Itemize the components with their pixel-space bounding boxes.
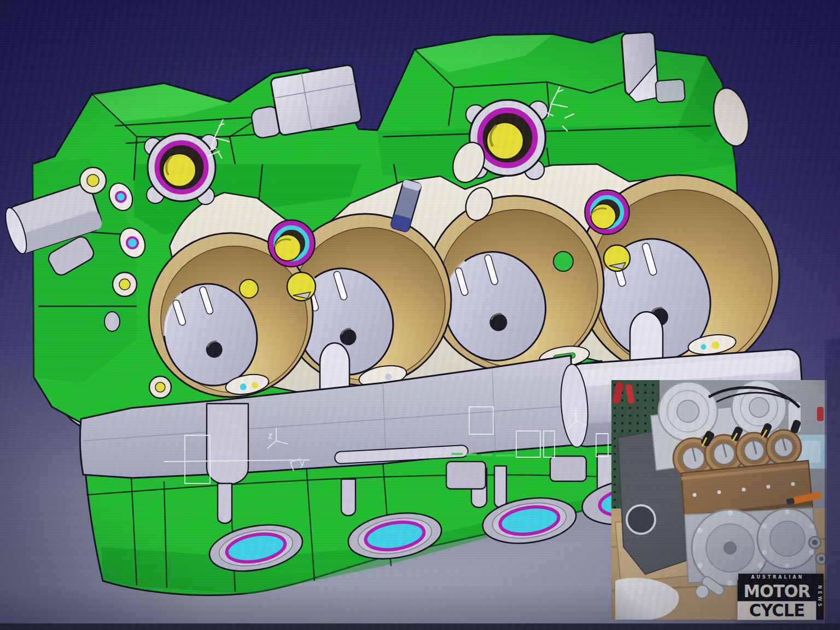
dowel-green xyxy=(553,252,573,271)
photographed-cad-screen: Z z y xyxy=(0,0,840,630)
masthead-main-column: AUSTRALIAN MOTOR CYCLE xyxy=(738,574,815,620)
screen-right-edge-shadow xyxy=(825,339,840,623)
valve-seat-feature xyxy=(268,220,315,267)
camshaft-bore-left xyxy=(144,133,218,205)
stud-arch xyxy=(630,312,663,363)
masthead-top-label: AUSTRALIAN xyxy=(751,575,804,580)
masthead-news-label: NEWS xyxy=(817,585,822,609)
axis-label-z-lower: z xyxy=(268,431,272,441)
dowel-yellow xyxy=(240,279,258,298)
axis-label-y: y xyxy=(300,458,305,468)
monitor-bezel-bottom xyxy=(0,623,840,630)
valve-seat-feature xyxy=(585,190,629,235)
masthead-word-cycle: CYCLE xyxy=(738,601,816,620)
masthead-logo: AUSTRALIAN MOTOR CYCLE NEWS xyxy=(738,574,824,620)
masthead-word-motor: MOTOR xyxy=(738,580,816,602)
masthead-news-strip: NEWS xyxy=(815,574,824,620)
axis-label-z-upper: Z xyxy=(572,409,578,419)
cad-screen-canvas: Z z y xyxy=(0,0,840,630)
